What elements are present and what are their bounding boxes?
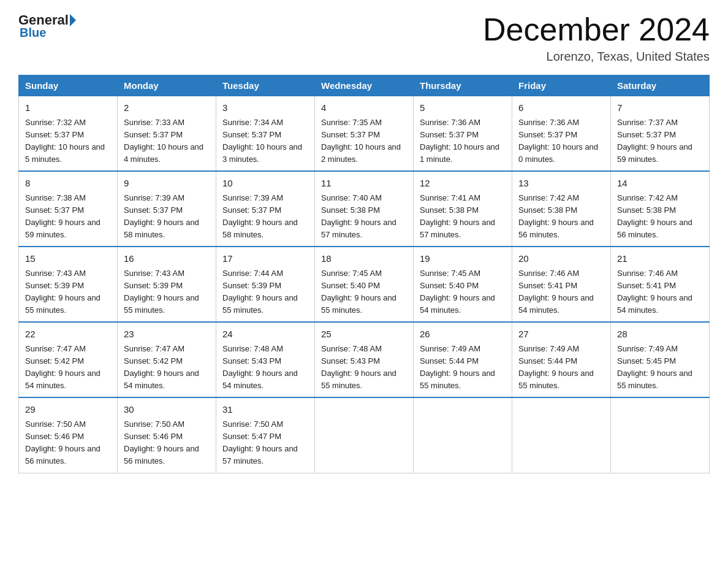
calendar-title: December 2024 [483,12,710,47]
day-number: 27 [518,327,604,342]
calendar-cell: 8 Sunrise: 7:38 AMSunset: 5:37 PMDayligh… [19,171,118,247]
calendar-week-row: 29 Sunrise: 7:50 AMSunset: 5:46 PMDaylig… [19,397,710,473]
calendar-cell: 13 Sunrise: 7:42 AMSunset: 5:38 PMDaylig… [512,171,611,247]
logo-triangle-icon [70,14,76,26]
day-number: 9 [124,177,210,191]
logo-blue-text [69,14,77,26]
day-info: Sunrise: 7:32 AMSunset: 5:37 PMDaylight:… [25,118,105,164]
page-header: General Blue December 2024 Lorenzo, Texa… [18,12,710,64]
day-info: Sunrise: 7:50 AMSunset: 5:46 PMDaylight:… [124,419,199,465]
calendar-cell: 5 Sunrise: 7:36 AMSunset: 5:37 PMDayligh… [414,96,512,172]
weekday-header-friday: Friday [512,75,611,96]
day-number: 30 [124,403,210,417]
day-info: Sunrise: 7:42 AMSunset: 5:38 PMDaylight:… [617,193,692,239]
day-info: Sunrise: 7:50 AMSunset: 5:47 PMDaylight:… [222,419,298,465]
day-info: Sunrise: 7:47 AMSunset: 5:42 PMDaylight:… [25,344,100,390]
calendar-cell: 2 Sunrise: 7:33 AMSunset: 5:37 PMDayligh… [118,96,216,172]
calendar-cell [512,397,611,473]
day-number: 22 [25,327,111,342]
day-info: Sunrise: 7:40 AMSunset: 5:38 PMDaylight:… [321,193,396,239]
day-info: Sunrise: 7:34 AMSunset: 5:37 PMDaylight:… [222,118,302,164]
calendar-week-row: 1 Sunrise: 7:32 AMSunset: 5:37 PMDayligh… [19,96,710,172]
day-number: 31 [222,403,308,417]
day-number: 20 [518,252,604,266]
calendar-cell: 23 Sunrise: 7:47 AMSunset: 5:42 PMDaylig… [118,322,216,397]
weekday-header-thursday: Thursday [414,75,512,96]
day-number: 15 [25,252,111,266]
calendar-cell: 12 Sunrise: 7:41 AMSunset: 5:38 PMDaylig… [414,171,512,247]
day-info: Sunrise: 7:43 AMSunset: 5:39 PMDaylight:… [25,269,100,315]
calendar-cell [315,397,414,473]
weekday-header-wednesday: Wednesday [315,75,414,96]
day-info: Sunrise: 7:48 AMSunset: 5:43 PMDaylight:… [321,344,396,390]
day-number: 2 [124,101,210,115]
calendar-subtitle: Lorenzo, Texas, United States [483,50,710,64]
day-number: 26 [420,327,506,342]
calendar-cell [414,397,512,473]
day-number: 28 [617,327,703,342]
calendar-cell: 28 Sunrise: 7:49 AMSunset: 5:45 PMDaylig… [611,322,710,397]
calendar-cell: 1 Sunrise: 7:32 AMSunset: 5:37 PMDayligh… [19,96,118,172]
calendar-table: SundayMondayTuesdayWednesdayThursdayFrid… [18,75,710,473]
day-info: Sunrise: 7:45 AMSunset: 5:40 PMDaylight:… [420,269,495,315]
day-info: Sunrise: 7:49 AMSunset: 5:45 PMDaylight:… [617,344,692,390]
day-info: Sunrise: 7:45 AMSunset: 5:40 PMDaylight:… [321,269,396,315]
day-number: 18 [321,252,407,266]
day-info: Sunrise: 7:36 AMSunset: 5:37 PMDaylight:… [420,118,499,164]
calendar-header-row: SundayMondayTuesdayWednesdayThursdayFrid… [19,75,710,96]
day-number: 19 [420,252,506,266]
calendar-cell: 17 Sunrise: 7:44 AMSunset: 5:39 PMDaylig… [216,247,315,322]
calendar-cell: 31 Sunrise: 7:50 AMSunset: 5:47 PMDaylig… [216,397,315,473]
calendar-cell [611,397,710,473]
calendar-cell: 25 Sunrise: 7:48 AMSunset: 5:43 PMDaylig… [315,322,414,397]
calendar-cell: 10 Sunrise: 7:39 AMSunset: 5:37 PMDaylig… [216,171,315,247]
day-number: 29 [25,403,111,417]
calendar-cell: 6 Sunrise: 7:36 AMSunset: 5:37 PMDayligh… [512,96,611,172]
day-number: 25 [321,327,407,342]
day-number: 6 [518,101,604,115]
calendar-cell: 7 Sunrise: 7:37 AMSunset: 5:37 PMDayligh… [611,96,710,172]
logo: General Blue [18,12,77,40]
logo-blue-word: Blue [20,26,46,40]
calendar-cell: 14 Sunrise: 7:42 AMSunset: 5:38 PMDaylig… [611,171,710,247]
day-info: Sunrise: 7:49 AMSunset: 5:44 PMDaylight:… [420,344,495,390]
day-number: 4 [321,101,407,115]
calendar-cell: 9 Sunrise: 7:39 AMSunset: 5:37 PMDayligh… [118,171,216,247]
calendar-week-row: 15 Sunrise: 7:43 AMSunset: 5:39 PMDaylig… [19,247,710,322]
weekday-header-tuesday: Tuesday [216,75,315,96]
day-info: Sunrise: 7:46 AMSunset: 5:41 PMDaylight:… [617,269,692,315]
day-number: 16 [124,252,210,266]
calendar-cell: 26 Sunrise: 7:49 AMSunset: 5:44 PMDaylig… [414,322,512,397]
calendar-cell: 29 Sunrise: 7:50 AMSunset: 5:46 PMDaylig… [19,397,118,473]
day-info: Sunrise: 7:33 AMSunset: 5:37 PMDaylight:… [124,118,203,164]
calendar-cell: 24 Sunrise: 7:48 AMSunset: 5:43 PMDaylig… [216,322,315,397]
day-info: Sunrise: 7:39 AMSunset: 5:37 PMDaylight:… [124,193,199,239]
day-number: 23 [124,327,210,342]
day-number: 14 [617,177,703,191]
calendar-cell: 15 Sunrise: 7:43 AMSunset: 5:39 PMDaylig… [19,247,118,322]
calendar-cell: 11 Sunrise: 7:40 AMSunset: 5:38 PMDaylig… [315,171,414,247]
day-number: 7 [617,101,703,115]
day-number: 8 [25,177,111,191]
day-number: 12 [420,177,506,191]
day-info: Sunrise: 7:50 AMSunset: 5:46 PMDaylight:… [25,419,100,465]
day-info: Sunrise: 7:43 AMSunset: 5:39 PMDaylight:… [124,269,199,315]
day-number: 1 [25,101,111,115]
day-info: Sunrise: 7:48 AMSunset: 5:43 PMDaylight:… [222,344,298,390]
calendar-cell: 21 Sunrise: 7:46 AMSunset: 5:41 PMDaylig… [611,247,710,322]
calendar-cell: 20 Sunrise: 7:46 AMSunset: 5:41 PMDaylig… [512,247,611,322]
day-number: 17 [222,252,308,266]
calendar-cell: 22 Sunrise: 7:47 AMSunset: 5:42 PMDaylig… [19,322,118,397]
calendar-title-area: December 2024 Lorenzo, Texas, United Sta… [483,12,710,64]
calendar-cell: 19 Sunrise: 7:45 AMSunset: 5:40 PMDaylig… [414,247,512,322]
calendar-cell: 18 Sunrise: 7:45 AMSunset: 5:40 PMDaylig… [315,247,414,322]
weekday-header-sunday: Sunday [19,75,118,96]
day-number: 10 [222,177,308,191]
day-number: 24 [222,327,308,342]
calendar-cell: 4 Sunrise: 7:35 AMSunset: 5:37 PMDayligh… [315,96,414,172]
day-number: 21 [617,252,703,266]
day-info: Sunrise: 7:42 AMSunset: 5:38 PMDaylight:… [518,193,594,239]
day-info: Sunrise: 7:44 AMSunset: 5:39 PMDaylight:… [222,269,298,315]
day-info: Sunrise: 7:36 AMSunset: 5:37 PMDaylight:… [518,118,598,164]
calendar-cell: 27 Sunrise: 7:49 AMSunset: 5:44 PMDaylig… [512,322,611,397]
